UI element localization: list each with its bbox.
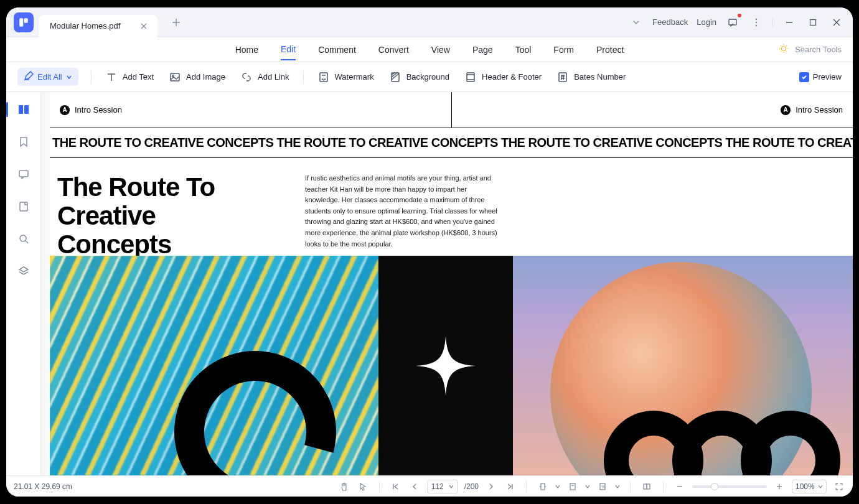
fit-width-icon[interactable] [537,480,549,493]
zoom-slider[interactable] [692,485,767,488]
artwork-spark [378,256,513,475]
chevron-down-icon [818,484,823,489]
svg-point-27 [172,75,174,77]
checkbox-checked-icon [799,72,809,82]
text-icon [105,71,118,83]
prev-page-icon[interactable] [408,480,421,493]
bates-number-label: Bates Number [574,72,626,82]
bates-number-button[interactable]: Bates Number [555,68,627,86]
svg-rect-54 [570,483,575,490]
more-icon[interactable] [749,15,764,30]
hero-title: The Route To Creative Concepts [57,173,268,259]
badge-a-icon: A [60,105,70,115]
bookmark-panel-button[interactable] [14,132,34,152]
chevron-down-icon [66,74,72,80]
page-number-input[interactable]: 112 [427,480,458,493]
feedback-link[interactable]: Feedback [652,17,688,27]
menu-protect[interactable]: Protect [596,40,624,60]
svg-rect-59 [647,484,650,489]
image-icon [169,71,181,83]
add-link-button[interactable]: Add Link [239,68,291,86]
document-canvas[interactable]: A Intro Session A Intro Session THE ROUT… [41,92,853,475]
new-tab-button[interactable] [167,14,185,31]
chevron-down-icon[interactable] [555,484,560,489]
last-page-icon[interactable] [504,480,516,493]
close-tab-icon[interactable] [139,21,149,31]
svg-point-14 [782,47,786,51]
add-image-button[interactable]: Add Image [167,68,227,86]
watermark-label: Watermark [335,72,374,82]
app-window: Modular Homes.pdf Feedback Login [6,7,853,497]
header-footer-button[interactable]: Header & Footer [463,68,543,86]
artwork-gradient-orb [513,256,853,475]
svg-rect-1 [24,18,28,23]
read-mode-icon[interactable] [641,480,653,493]
menu-edit[interactable]: Edit [281,39,296,60]
svg-line-19 [781,45,781,46]
hero-copy: If rustic aesthetics and animal motifs a… [305,173,498,259]
search-panel-button[interactable] [14,229,34,249]
watermark-button[interactable]: Watermark [316,68,375,86]
minimize-icon[interactable] [782,15,797,30]
edit-all-button[interactable]: Edit All [17,68,78,86]
artwork-marble [50,256,378,475]
preview-checkbox[interactable]: Preview [799,72,842,82]
chevron-down-icon[interactable] [629,15,644,30]
layers-panel-button[interactable] [14,261,34,281]
add-image-label: Add Image [186,72,225,82]
svg-rect-37 [559,73,566,82]
svg-rect-11 [810,19,816,25]
hand-tool-icon[interactable] [338,480,350,493]
close-window-icon[interactable] [829,15,844,30]
maximize-icon[interactable] [805,15,820,30]
svg-point-9 [756,24,758,26]
svg-line-21 [786,45,787,46]
menu-convert[interactable]: Convert [378,40,409,60]
pencil-icon [24,71,34,83]
menu-tool[interactable]: Tool [515,40,532,60]
left-sidebar [6,92,41,475]
comment-panel-button[interactable] [14,164,34,184]
scroll-mode-icon[interactable]: % [596,480,609,493]
first-page-icon[interactable] [390,480,402,493]
zoom-value-input[interactable]: 100% [792,480,827,493]
header-footer-label: Header & Footer [482,72,542,82]
login-link[interactable]: Login [697,17,716,27]
svg-rect-58 [644,484,647,489]
zoom-out-icon[interactable] [674,480,686,493]
search-tools-input[interactable]: Search Tools [795,45,842,54]
background-button[interactable]: Background [388,68,451,86]
document-tab[interactable]: Modular Homes.pdf [39,15,157,37]
add-text-label: Add Text [123,72,154,82]
svg-line-22 [781,51,781,52]
svg-point-8 [756,21,758,23]
menubar: Home Edit Comment Convert View Page Tool… [6,37,853,62]
watermark-icon [317,71,330,83]
chevron-down-icon[interactable] [615,484,620,489]
zoom-in-icon[interactable] [773,480,786,493]
menu-form[interactable]: Form [553,40,574,60]
menu-comment[interactable]: Comment [318,40,356,60]
select-tool-icon[interactable] [357,480,369,493]
notification-icon[interactable] [725,15,740,30]
page-total: /200 [464,482,479,491]
single-page-icon[interactable] [566,480,579,493]
menu-page[interactable]: Page [472,40,493,60]
statusbar: 21.01 X 29.69 cm 112 /200 % [6,475,853,497]
add-text-button[interactable]: Add Text [104,68,155,86]
next-page-icon[interactable] [485,480,497,493]
pdf-page: A Intro Session A Intro Session THE ROUT… [50,92,853,475]
chevron-down-icon[interactable] [585,484,590,489]
fullscreen-icon[interactable] [833,480,845,493]
attachment-panel-button[interactable] [14,197,34,217]
svg-line-20 [786,51,787,52]
menu-view[interactable]: View [431,40,450,60]
menu-home[interactable]: Home [235,40,258,60]
svg-rect-43 [24,105,29,114]
preview-label: Preview [813,72,842,82]
svg-marker-48 [19,267,28,272]
thumbnails-panel-button[interactable] [14,100,34,119]
app-logo[interactable] [14,12,34,32]
lightbulb-icon[interactable] [779,44,789,55]
svg-point-46 [20,235,26,241]
